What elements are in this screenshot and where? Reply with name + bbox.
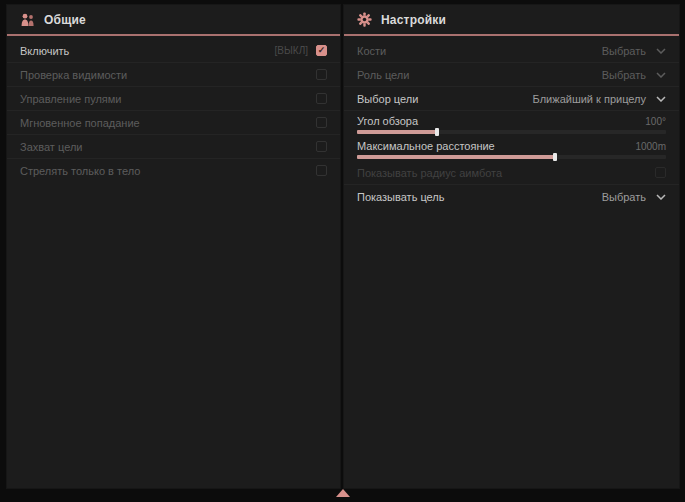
row-label: Выбор цели [357, 93, 418, 105]
toggle-row-bullet-control[interactable]: Управление пулями [7, 87, 340, 111]
gear-icon [357, 12, 372, 27]
slider-row-fov: Угол обзора 100° [344, 111, 679, 136]
row-label: Показывать радиус аимбота [357, 167, 502, 179]
target-selection-select[interactable]: Ближайший к прицелу [533, 93, 666, 105]
toggle-row-target-lock[interactable]: Захват цели [7, 135, 340, 159]
chevron-down-icon [656, 96, 666, 102]
enable-checkbox[interactable] [316, 45, 327, 56]
panel-settings-header: Настройки [344, 5, 679, 36]
row-label: Кости [357, 45, 386, 57]
row-controls: [ВЫКЛ] [275, 45, 327, 56]
toggle-row-body-only[interactable]: Стрелять только в тело [7, 159, 340, 183]
select-row-bones[interactable]: Кости Выбрать [344, 39, 679, 63]
bullet-control-checkbox[interactable] [316, 93, 327, 104]
slider-fill [357, 155, 555, 159]
select-value: Выбрать [602, 45, 646, 57]
panel-general-header: Общие [7, 5, 340, 36]
panel-settings-title: Настройки [381, 13, 446, 27]
select-row-target-selection[interactable]: Выбор цели Ближайший к прицелу [344, 87, 679, 111]
row-label: Захват цели [20, 141, 82, 153]
row-label: Роль цели [357, 69, 409, 81]
panel-settings: Настройки Кости Выбрать Роль цели Выбрат… [344, 5, 679, 488]
toggle-row-visibility-check[interactable]: Проверка видимости [7, 63, 340, 87]
settings-rows: Кости Выбрать Роль цели Выбрать Выбор це… [344, 36, 679, 209]
slider-fill [357, 130, 437, 134]
row-label: Мгновенное попадание [20, 117, 140, 129]
row-label: Включить [20, 45, 69, 57]
panel-general: Общие Включить [ВЫКЛ] Проверка видимости… [7, 5, 340, 488]
slider-value: 100° [645, 116, 666, 127]
toggle-row-show-aimbot-radius[interactable]: Показывать радиус аимбота [344, 161, 679, 185]
select-row-target-role[interactable]: Роль цели Выбрать [344, 63, 679, 87]
select-value: Выбрать [602, 191, 646, 203]
row-label: Управление пулями [20, 93, 122, 105]
row-label: Показывать цель [357, 191, 445, 203]
cheat-menu-window: Общие Включить [ВЫКЛ] Проверка видимости… [0, 0, 685, 502]
panel-general-title: Общие [44, 13, 86, 27]
slider-header: Максимальное расстояние 1000m [357, 140, 666, 152]
row-label: Максимальное расстояние [357, 140, 495, 152]
target-lock-checkbox[interactable] [316, 141, 327, 152]
select-row-show-target[interactable]: Показывать цель Выбрать [344, 185, 679, 209]
target-role-select[interactable]: Выбрать [602, 69, 666, 81]
toggle-row-instant-hit[interactable]: Мгновенное попадание [7, 111, 340, 135]
show-target-select[interactable]: Выбрать [602, 191, 666, 203]
show-aimbot-radius-checkbox[interactable] [655, 167, 666, 178]
slider-handle[interactable] [553, 153, 557, 161]
chevron-down-icon [656, 194, 666, 200]
row-label: Проверка видимости [20, 69, 127, 81]
general-rows: Включить [ВЫКЛ] Проверка видимости Управ… [7, 36, 340, 183]
select-value: Выбрать [602, 69, 646, 81]
chevron-down-icon [656, 72, 666, 78]
row-label: Стрелять только в тело [20, 165, 140, 177]
bones-select[interactable]: Выбрать [602, 45, 666, 57]
slider-handle[interactable] [435, 128, 439, 136]
max-distance-slider[interactable] [357, 155, 666, 159]
players-icon [20, 13, 35, 27]
chevron-down-icon [656, 48, 666, 54]
row-label: Угол обзора [357, 115, 418, 127]
slider-header: Угол обзора 100° [357, 115, 666, 127]
slider-value: 1000m [635, 141, 666, 152]
fov-slider[interactable] [357, 130, 666, 134]
expand-up-arrow-icon[interactable] [336, 489, 350, 497]
visibility-check-checkbox[interactable] [316, 69, 327, 80]
toggle-row-enable[interactable]: Включить [ВЫКЛ] [7, 39, 340, 63]
select-value: Ближайший к прицелу [533, 93, 646, 105]
hotkey-badge: [ВЫКЛ] [275, 45, 308, 56]
body-only-checkbox[interactable] [316, 165, 327, 176]
slider-row-max-distance: Максимальное расстояние 1000m [344, 136, 679, 161]
instant-hit-checkbox[interactable] [316, 117, 327, 128]
